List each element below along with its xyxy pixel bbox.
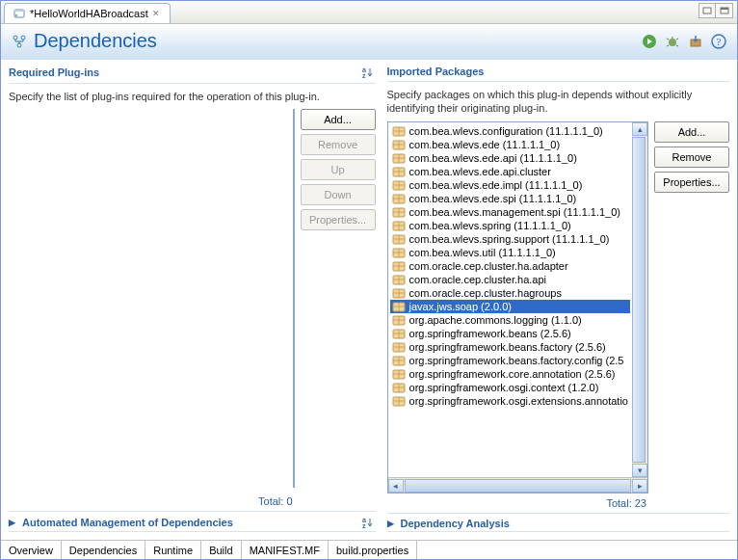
list-item[interactable]: org.springframework.beans (2.5.6) xyxy=(390,327,630,340)
imported-packages-list[interactable]: com.bea.wlevs.configuration (11.1.1.1_0)… xyxy=(388,122,632,410)
package-icon xyxy=(392,233,406,245)
list-item-label: org.springframework.core.annotation (2.5… xyxy=(409,368,616,380)
package-icon xyxy=(392,166,406,177)
run-icon[interactable] xyxy=(641,33,658,50)
package-icon xyxy=(392,193,406,204)
list-item[interactable]: com.bea.wlevs.spring (11.1.1.1_0) xyxy=(390,219,630,232)
package-icon xyxy=(392,179,406,191)
scroll-down-icon[interactable]: ▾ xyxy=(632,464,647,477)
package-icon xyxy=(392,314,406,326)
dependencies-icon xyxy=(11,33,28,50)
svg-text:z: z xyxy=(362,522,366,529)
list-item[interactable]: org.springframework.beans.factory (2.5.6… xyxy=(390,340,630,354)
list-item-label: com.bea.wlevs.management.spi (11.1.1.1_0… xyxy=(409,206,621,218)
list-item[interactable]: com.oracle.cep.cluster.ha.api xyxy=(390,273,630,286)
close-icon[interactable]: ✕ xyxy=(152,9,162,18)
subtab-runtime[interactable]: Runtime xyxy=(145,541,201,559)
sort-icon[interactable]: az xyxy=(360,66,376,79)
scroll-left-icon[interactable]: ◂ xyxy=(388,479,404,493)
list-item-label: com.bea.wlevs.ede (11.1.1.1_0) xyxy=(409,139,561,150)
list-item-label: org.springframework.beans.factory.config… xyxy=(409,355,624,366)
add-button[interactable]: Add... xyxy=(654,121,729,143)
subtab-overview[interactable]: Overview xyxy=(1,541,62,559)
package-icon xyxy=(392,301,406,312)
required-plugins-title: Required Plug-ins xyxy=(9,67,99,78)
list-item-label: org.springframework.beans.factory (2.5.6… xyxy=(409,341,606,353)
list-item[interactable]: com.bea.wlevs.spring.support (11.1.1.1_0… xyxy=(390,232,630,246)
auto-deps-title: Automated Management of Dependencies xyxy=(22,517,233,528)
subtab-build[interactable]: Build xyxy=(201,541,241,559)
scrollbar-thumb[interactable] xyxy=(632,137,646,463)
subtab-build-properties[interactable]: build.properties xyxy=(329,541,417,559)
list-item-label: com.bea.wlevs.spring.support (11.1.1.1_0… xyxy=(409,233,610,245)
properties-button: Properties... xyxy=(301,209,376,230)
list-item[interactable]: com.oracle.cep.cluster.ha.adapter xyxy=(390,259,630,273)
list-item[interactable]: com.bea.wlevs.ede.impl (11.1.1.1_0) xyxy=(390,178,630,192)
list-item-label: org.apache.commons.logging (1.1.0) xyxy=(409,314,582,326)
scroll-up-icon[interactable]: ▴ xyxy=(632,122,647,136)
editor-tab-bar: *HelloWorldHABroadcast ✕ xyxy=(1,1,737,24)
help-icon[interactable]: ? xyxy=(710,33,727,50)
list-item-label: com.bea.wlevs.util (11.1.1.1_0) xyxy=(409,247,556,258)
list-item[interactable]: com.bea.wlevs.configuration (11.1.1.1_0) xyxy=(390,124,630,138)
package-icon xyxy=(392,355,406,366)
package-icon xyxy=(392,274,406,285)
list-item[interactable]: com.bea.wlevs.ede.spi (11.1.1.1_0) xyxy=(390,192,630,205)
subtab-dependencies[interactable]: Dependencies xyxy=(62,541,145,559)
list-item[interactable]: com.bea.wlevs.ede (11.1.1.1_0) xyxy=(390,138,630,151)
list-item-label: org.springframework.osgi.extensions.anno… xyxy=(409,395,628,407)
sort-icon[interactable]: az xyxy=(360,516,376,529)
list-item[interactable]: com.bea.wlevs.ede.api (11.1.1.1_0) xyxy=(390,151,630,165)
required-plugins-desc: Specify the list of plug-ins required fo… xyxy=(9,90,376,103)
svg-text:?: ? xyxy=(717,36,722,47)
package-icon xyxy=(392,152,406,164)
chevron-right-icon: ▶ xyxy=(9,518,18,527)
svg-point-8 xyxy=(17,43,21,47)
add-button[interactable]: Add... xyxy=(301,109,376,130)
package-icon xyxy=(392,206,406,218)
scrollbar-vertical[interactable]: ▴ ▾ xyxy=(632,122,647,477)
subtab-manifest-mf[interactable]: MANIFEST.MF xyxy=(242,541,329,559)
scroll-right-icon[interactable]: ▸ xyxy=(632,479,647,493)
package-icon xyxy=(392,260,406,272)
list-item[interactable]: com.bea.wlevs.util (11.1.1.1_0) xyxy=(390,246,630,259)
package-icon xyxy=(392,341,406,353)
remove-button: Remove xyxy=(301,134,376,155)
list-item[interactable]: com.bea.wlevs.ede.api.cluster xyxy=(390,165,630,178)
list-item[interactable]: com.bea.wlevs.management.spi (11.1.1.1_0… xyxy=(390,205,630,219)
list-item[interactable]: org.springframework.osgi.extensions.anno… xyxy=(390,394,630,408)
page-title: Dependencies xyxy=(34,30,157,52)
svg-point-7 xyxy=(21,36,25,40)
list-item-label: com.bea.wlevs.ede.api.cluster xyxy=(409,166,551,177)
editor-tab[interactable]: *HelloWorldHABroadcast ✕ xyxy=(4,3,171,23)
export-icon[interactable] xyxy=(687,33,704,50)
manifest-icon xyxy=(13,7,26,20)
package-icon xyxy=(392,328,406,339)
list-item-label: javax.jws.soap (2.0.0) xyxy=(409,301,512,312)
list-item[interactable]: org.apache.commons.logging (1.1.0) xyxy=(390,313,630,327)
list-item-label: com.bea.wlevs.configuration (11.1.1.1_0) xyxy=(409,125,603,137)
debug-icon[interactable] xyxy=(664,33,681,50)
svg-text:z: z xyxy=(362,72,366,79)
minimize-button[interactable] xyxy=(698,3,716,18)
editor-subtabs: OverviewDependenciesRuntimeBuildMANIFEST… xyxy=(1,540,737,559)
list-item-label: com.oracle.cep.cluster.ha.api xyxy=(409,274,546,285)
list-item[interactable]: org.springframework.osgi.context (1.2.0) xyxy=(390,381,630,394)
scrollbar-thumb[interactable] xyxy=(405,479,631,493)
remove-button[interactable]: Remove xyxy=(654,147,729,168)
list-item[interactable]: org.springframework.core.annotation (2.5… xyxy=(390,367,630,381)
required-plugins-list[interactable] xyxy=(293,109,295,488)
dep-analysis-section[interactable]: ▶Dependency Analysis xyxy=(387,513,729,532)
up-button: Up xyxy=(301,159,376,180)
list-item[interactable]: javax.jws.soap (2.0.0) xyxy=(390,300,630,313)
imported-packages-total: Total: 23 xyxy=(387,493,648,509)
maximize-button[interactable] xyxy=(716,3,733,18)
list-item[interactable]: com.oracle.cep.cluster.hagroups xyxy=(390,286,630,300)
list-item-label: com.bea.wlevs.ede.api (11.1.1.1_0) xyxy=(409,152,577,164)
properties-button[interactable]: Properties... xyxy=(654,172,729,193)
page-header: Dependencies ? xyxy=(1,24,737,60)
scrollbar-horizontal[interactable]: ◂ ▸ xyxy=(388,477,647,493)
auto-deps-section[interactable]: ▶Automated Management of Dependencies az xyxy=(9,511,376,532)
required-plugins-section: Required Plug-ins az Specify the list of… xyxy=(9,64,376,507)
list-item[interactable]: org.springframework.beans.factory.config… xyxy=(390,354,630,367)
